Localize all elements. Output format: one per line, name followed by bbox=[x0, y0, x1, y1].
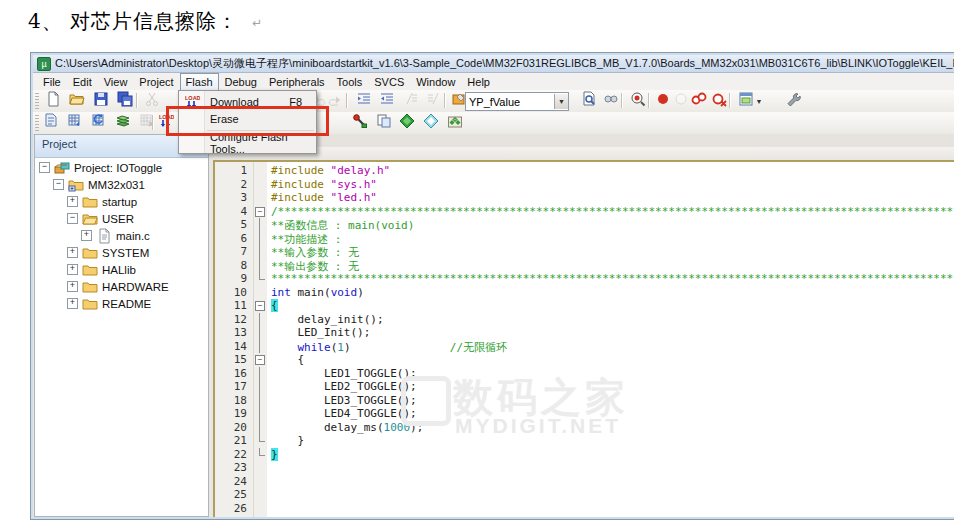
toolbar-grip bbox=[35, 93, 39, 109]
expand-icon[interactable]: + bbox=[67, 281, 78, 292]
fold-collapse-icon[interactable]: − bbox=[255, 301, 265, 311]
code-line-9: ****************************************… bbox=[271, 272, 954, 286]
fold-cell bbox=[254, 407, 267, 421]
tree-item-label: MM32x031 bbox=[88, 179, 145, 191]
expand-icon[interactable]: + bbox=[67, 298, 78, 309]
expand-icon[interactable]: + bbox=[67, 247, 78, 258]
enable-breakpoint-button[interactable] bbox=[671, 92, 691, 110]
browse-references-button[interactable] bbox=[601, 92, 621, 110]
new-file-button[interactable] bbox=[43, 92, 63, 110]
stop-build-button[interactable] bbox=[137, 114, 157, 132]
indent-button[interactable] bbox=[377, 92, 397, 110]
line-number: 11 bbox=[215, 299, 253, 313]
manage-rte-button[interactable] bbox=[397, 114, 417, 132]
tree-item-system[interactable]: +SYSTEM bbox=[35, 244, 208, 261]
collapse-icon[interactable]: − bbox=[53, 179, 64, 190]
menu-window[interactable]: Window bbox=[410, 73, 461, 91]
toolbar-separator bbox=[346, 93, 348, 108]
paragraph-mark: ↵ bbox=[252, 16, 262, 30]
tree-item-mm32x031[interactable]: −MM32x031 bbox=[35, 176, 208, 193]
collapse-icon[interactable]: − bbox=[67, 213, 78, 224]
fold-collapse-icon[interactable]: − bbox=[255, 207, 265, 217]
code-editor[interactable]: 1234567891011121314151617181920212223242… bbox=[213, 160, 954, 517]
build-icon bbox=[67, 113, 83, 133]
toolbar-separator bbox=[444, 93, 446, 108]
menu-file[interactable]: File bbox=[37, 73, 67, 91]
flash-menu-item-configure-flash-tools-[interactable]: Configure Flash Tools... bbox=[179, 134, 316, 151]
pack-icon bbox=[447, 113, 463, 133]
fold-cell bbox=[254, 421, 267, 435]
title-bar[interactable]: µ C:\Users\Administrator\Desktop\灵动微电子程序… bbox=[33, 55, 954, 73]
open-file-button[interactable] bbox=[67, 92, 87, 110]
fold-cell bbox=[254, 313, 267, 327]
unindent-button[interactable] bbox=[354, 92, 374, 110]
save-all-button[interactable] bbox=[115, 92, 135, 110]
find-in-files-button[interactable] bbox=[579, 92, 599, 110]
menu-help[interactable]: Help bbox=[461, 73, 496, 91]
menu-flash[interactable]: Flash bbox=[180, 73, 219, 91]
expand-icon[interactable]: + bbox=[81, 230, 92, 241]
fold-collapse-icon[interactable]: − bbox=[255, 355, 265, 365]
manage-books-button[interactable] bbox=[421, 114, 441, 132]
folder-icon bbox=[82, 245, 98, 260]
toolbar-grip bbox=[35, 115, 39, 131]
toggle-breakpoint-button[interactable] bbox=[653, 92, 673, 110]
menu-svcs[interactable]: SVCS bbox=[368, 73, 410, 91]
code-line-26 bbox=[271, 502, 954, 516]
combo-dropdown-arrow[interactable]: ▼ bbox=[554, 94, 568, 109]
code-area[interactable]: #include "delay.h"#include "sys.h"#inclu… bbox=[267, 162, 954, 517]
menu-tools[interactable]: Tools bbox=[331, 73, 369, 91]
find-combo[interactable]: ▼ bbox=[465, 92, 569, 111]
expand-icon[interactable]: + bbox=[67, 264, 78, 275]
fold-cell bbox=[254, 394, 267, 408]
comment-sel-icon bbox=[403, 91, 419, 111]
cut-button[interactable] bbox=[142, 92, 162, 110]
rebuild-button[interactable] bbox=[89, 114, 109, 132]
tree-item-main-c[interactable]: +main.c bbox=[35, 227, 208, 244]
search-button[interactable] bbox=[628, 92, 648, 110]
tree-item-readme[interactable]: +README bbox=[35, 295, 208, 312]
expand-icon[interactable]: + bbox=[67, 196, 78, 207]
menu-debug[interactable]: Debug bbox=[219, 73, 263, 91]
fold-cell bbox=[254, 461, 267, 475]
target-options-button[interactable] bbox=[350, 114, 370, 132]
tree-item-label: README bbox=[102, 298, 151, 310]
fold-margin[interactable]: −−− bbox=[254, 162, 267, 517]
fold-cell bbox=[254, 448, 267, 462]
file-extensions-button[interactable] bbox=[374, 114, 394, 132]
tree-item-hardware[interactable]: +HARDWARE bbox=[35, 278, 208, 295]
line-number: 15 bbox=[215, 353, 253, 367]
fold-cell bbox=[254, 178, 267, 192]
menu-peripherals[interactable]: Peripherals bbox=[263, 73, 331, 91]
fold-cell bbox=[254, 259, 267, 273]
tree-item-user[interactable]: −USER bbox=[35, 210, 208, 227]
kill-all-breakpoints-button[interactable] bbox=[709, 92, 729, 110]
tree-item-project-iotoggle[interactable]: −Project: IOToggle bbox=[35, 159, 208, 176]
save-button[interactable] bbox=[91, 92, 111, 110]
configuration-button[interactable] bbox=[783, 92, 803, 110]
disable-all-breakpoints-button[interactable] bbox=[689, 92, 709, 110]
batch-build-button[interactable] bbox=[113, 114, 133, 132]
code-line-13: LED_Init(); bbox=[271, 326, 954, 340]
search-code-icon bbox=[630, 91, 646, 111]
menu-project[interactable]: Project bbox=[133, 73, 179, 91]
comment-button[interactable] bbox=[401, 92, 421, 110]
translate-button[interactable] bbox=[41, 114, 61, 132]
line-number: 16 bbox=[215, 367, 253, 381]
menu-edit[interactable]: Edit bbox=[67, 73, 98, 91]
code-line-5: **函数信息 : main(void) bbox=[271, 218, 954, 232]
uncomment-button[interactable] bbox=[424, 92, 444, 110]
tree-item-hallib[interactable]: +HALlib bbox=[35, 261, 208, 278]
redo-icon bbox=[328, 91, 344, 111]
find-combo-input[interactable] bbox=[466, 96, 554, 108]
collapse-icon[interactable]: − bbox=[39, 162, 50, 173]
tree-item-startup[interactable]: +startup bbox=[35, 193, 208, 210]
pack-installer-button[interactable] bbox=[445, 114, 465, 132]
menu-view[interactable]: View bbox=[98, 73, 134, 91]
new-file-icon bbox=[45, 91, 61, 111]
tree-item-label: Project: IOToggle bbox=[74, 162, 162, 174]
build-button[interactable] bbox=[65, 114, 85, 132]
line-number: 24 bbox=[215, 475, 253, 489]
window-layout-button[interactable]: ▼ bbox=[735, 92, 765, 110]
redo-button[interactable] bbox=[326, 92, 346, 110]
